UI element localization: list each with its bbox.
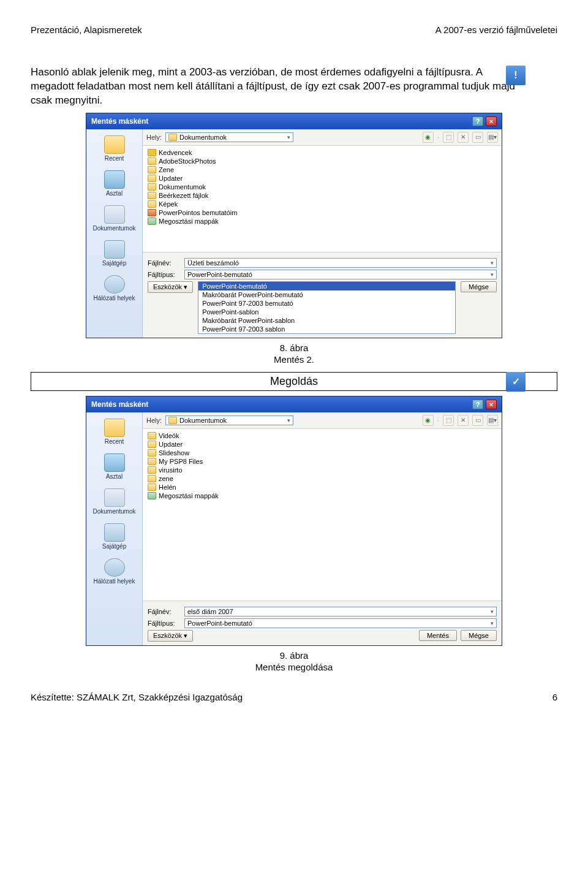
dropdown-option[interactable]: Makróbarát PowerPoint-bemutató [198, 290, 455, 299]
list-item[interactable]: Megosztási mappák [146, 491, 498, 500]
shared-folder-icon [148, 492, 156, 499]
list-item[interactable]: Slideshow [146, 449, 498, 457]
header-right: A 2007-es verzió fájlműveletei [435, 25, 557, 35]
filetype-dropdown[interactable]: PowerPoint-bemutatóMakróbarát PowerPoint… [198, 281, 456, 334]
help-button[interactable]: ? [472, 116, 483, 126]
dropdown-option[interactable]: PowerPoint-sablon [198, 308, 455, 316]
list-item[interactable]: Kedvencek [146, 148, 498, 157]
place-network[interactable]: Hálózati helyek [90, 275, 139, 302]
close-button[interactable]: × [486, 400, 497, 409]
filetype-field[interactable]: PowerPoint-bemutató▾ [184, 270, 497, 279]
filename-field[interactable]: Üzleti beszámoló▾ [184, 258, 497, 268]
place-recent[interactable]: Recent [90, 419, 139, 445]
header-left: Prezentáció, Alapismeretek [31, 25, 142, 35]
places-bar: Recent Asztal Dokumentumok Sajátgép Háló… [86, 412, 143, 645]
filetype-field[interactable]: PowerPoint-bemutató▾ [184, 618, 497, 628]
place-documents[interactable]: Dokumentumok [90, 205, 139, 232]
list-item[interactable]: My PSP8 Files [146, 457, 498, 466]
place-recent[interactable]: Recent [90, 135, 139, 162]
folder-icon [148, 466, 156, 474]
file-list[interactable]: KedvencekAdobeStockPhotosZeneUpdaterDoku… [143, 146, 502, 252]
dialog-titlebar[interactable]: Mentés másként ? × [86, 113, 502, 129]
list-item[interactable]: Dokumentumok [146, 183, 498, 191]
filetype-label: Fájltípus: [148, 620, 179, 627]
location-label: Hely: [146, 134, 162, 141]
list-item[interactable]: Képek [146, 200, 498, 208]
folder-icon [148, 458, 156, 465]
up-button[interactable]: ⬚ [443, 132, 454, 143]
star-icon [148, 149, 156, 156]
list-item[interactable]: Updater [146, 440, 498, 449]
presentation-icon [148, 209, 156, 216]
delete-button[interactable]: ✕ [458, 132, 469, 143]
list-item[interactable]: virusirto [146, 466, 498, 474]
newfolder-button[interactable]: ▭ [472, 415, 483, 426]
page-number: 6 [552, 692, 557, 702]
folder-icon [148, 484, 156, 491]
list-item[interactable]: PowerPointos bemutatóim [146, 208, 498, 217]
dialog-titlebar[interactable]: Mentés másként ? × [86, 396, 502, 412]
shared-folder-icon [148, 218, 156, 225]
folder-icon [148, 475, 156, 482]
place-network[interactable]: Hálózati helyek [90, 558, 139, 585]
back-button[interactable]: ◉ [423, 132, 434, 143]
chevron-down-icon: ▾ [287, 134, 290, 140]
newfolder-button[interactable]: ▭ [472, 132, 483, 143]
views-button[interactable]: ▤▾ [487, 415, 498, 426]
views-button[interactable]: ▤▾ [487, 132, 498, 143]
list-item[interactable]: Beérkezett fájlok [146, 191, 498, 200]
dropdown-option[interactable]: PowerPoint-bemutató [198, 282, 455, 290]
list-item[interactable]: zene [146, 474, 498, 483]
location-combo[interactable]: Dokumentumok ▾ [165, 132, 293, 142]
list-item[interactable]: Helén [146, 483, 498, 491]
folder-icon [148, 441, 156, 448]
place-desktop[interactable]: Asztal [90, 170, 139, 197]
places-bar: Recent Asztal Dokumentumok Sajátgép Háló… [86, 129, 143, 338]
dropdown-option[interactable]: PowerPoint 97-2003 sablon [198, 325, 455, 333]
body-paragraph: Hasonló ablak jelenik meg, mint a 2003-a… [31, 66, 557, 108]
list-item[interactable]: AdobeStockPhotos [146, 157, 498, 165]
file-list[interactable]: VideókUpdaterSlideshowMy PSP8 Filesvirus… [143, 429, 502, 601]
tools-button[interactable]: Eszközök ▾ [148, 281, 193, 293]
folder-icon [148, 432, 156, 439]
figure-title: Mentés 2. [274, 354, 314, 365]
solution-heading: Megoldás [31, 372, 557, 391]
list-item[interactable]: Zene [146, 165, 498, 174]
place-documents[interactable]: Dokumentumok [90, 488, 139, 515]
save-as-dialog-1: Mentés másként ? × Recent Asztal Dokumen… [86, 113, 502, 338]
place-mycomputer[interactable]: Sajátgép [90, 240, 139, 267]
list-item[interactable]: Videók [146, 431, 498, 440]
save-as-dialog-2: Mentés másként ? × Recent Asztal Dokumen… [86, 396, 502, 646]
filename-label: Fájlnév: [148, 259, 179, 267]
help-button[interactable]: ? [472, 400, 483, 409]
figure-title: Mentés megoldása [255, 662, 333, 672]
folder-icon [148, 192, 156, 199]
back-button[interactable]: ◉ [423, 415, 434, 426]
place-desktop[interactable]: Asztal [90, 453, 139, 480]
warning-icon: ! [506, 66, 526, 85]
save-button[interactable]: Mentés [419, 630, 457, 641]
figure-number: 8. ábra [280, 343, 309, 353]
cancel-button[interactable]: Mégse [461, 281, 497, 292]
folder-icon [148, 175, 156, 182]
list-item[interactable]: Updater [146, 174, 498, 183]
filetype-label: Fájltípus: [148, 271, 179, 278]
filename-label: Fájlnév: [148, 608, 179, 615]
dropdown-option[interactable]: PowerPoint 97-2003 bemutató [198, 299, 455, 308]
check-icon: ✓ [506, 372, 526, 392]
cancel-button[interactable]: Mégse [461, 630, 497, 641]
up-button[interactable]: ⬚ [443, 415, 454, 426]
folder-icon [148, 183, 156, 191]
close-button[interactable]: × [486, 116, 497, 126]
folder-icon [148, 157, 156, 165]
filename-field[interactable]: első diám 2007▾ [184, 607, 497, 616]
location-combo[interactable]: Dokumentumok ▾ [165, 415, 293, 425]
folder-icon [148, 200, 156, 208]
list-item[interactable]: Megosztási mappák [146, 217, 498, 226]
dropdown-option[interactable]: Makróbarát PowerPoint-sablon [198, 316, 455, 325]
dialog-title: Mentés másként [91, 400, 148, 409]
tools-button[interactable]: Eszközök ▾ [148, 630, 193, 642]
delete-button[interactable]: ✕ [458, 415, 469, 426]
figure-number: 9. ábra [280, 650, 309, 661]
place-mycomputer[interactable]: Sajátgép [90, 523, 139, 550]
